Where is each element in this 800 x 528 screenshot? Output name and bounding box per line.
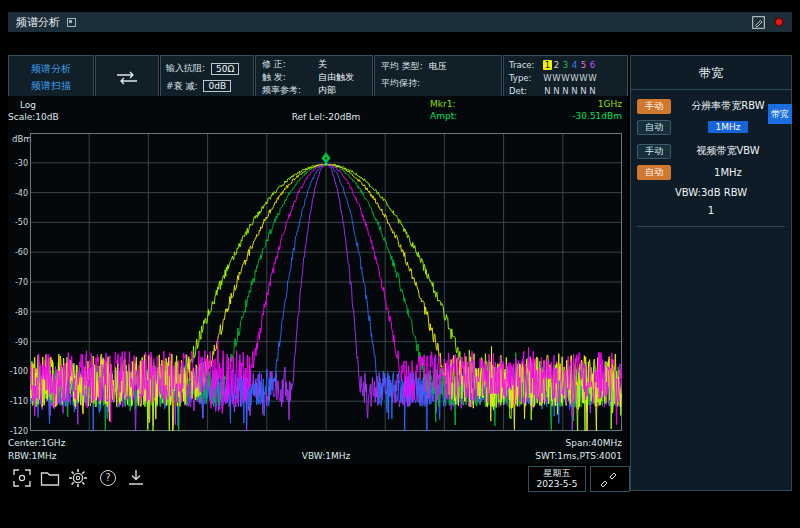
page-title: 频谱分析 [16,15,60,30]
bottom-toolbar: ? 星期五 2023-5-5 [8,466,628,494]
trace-label: Trace: [509,60,540,70]
input-settings-box: 输入抗阻: 50Ω #衰 减: 0dB [160,55,254,100]
trigger-value: 自由触发 [318,71,354,84]
y-axis-tick: -80 [15,308,28,317]
swt-label: SWT:1ms,PTS:4001 [30,451,622,461]
tab-spectrum-sweep[interactable]: 频谱扫描 [9,79,93,93]
correction-label: 修 正: [262,58,312,71]
trace-type-4: W [570,73,579,83]
menu-divider [637,226,785,227]
trace-det-1: N [543,86,552,96]
vbw-menu-label: 视频带宽VBW [671,144,785,158]
trace-num-6: 6 [588,60,597,70]
vbw-rbw-ratio-label: VBW:3dB RBW [637,187,785,198]
titlebar: 频谱分析 [8,12,792,32]
vbw-manual-button[interactable]: 手动 [637,144,671,159]
y-axis-tick: -90 [15,338,28,347]
trace-type-3: W [561,73,570,83]
attenuation-label: #衰 减: [166,80,197,93]
avg-type-value: 电压 [429,60,447,73]
menu-title: 带宽 [631,56,791,90]
spectrum-plot [30,133,622,431]
trace-type-5: W [579,73,588,83]
y-axis-tick: -40 [15,189,28,198]
trace-numbers: 123456 [543,60,597,70]
ampt-value: -30.51dBm [572,111,622,121]
bandwidth-edge-tab[interactable]: 带宽 [768,104,792,124]
y-axis-tick: -100 [10,367,28,376]
trace-det-2: N [552,86,561,96]
mode-tabs: 频谱分析 频谱扫描 [8,55,94,100]
rbw-auto-button[interactable]: 自动 [637,120,671,135]
rbw-manual-button[interactable]: 手动 [637,99,671,114]
trace-num-2: 2 [552,60,561,70]
date-label: 2023-5-5 [537,479,578,490]
folder-icon [40,469,60,487]
y-axis-labels: -30-40-50-60-70-80-90-100-110-120 [8,133,28,431]
record-button[interactable] [774,17,784,27]
trace-num-4: 4 [570,60,579,70]
annotation-tools-box[interactable] [590,466,630,492]
span-label: Span:40MHz [30,438,622,448]
y-axis-tick: -120 [10,427,28,436]
ampt-label: Ampt: [430,111,457,121]
attenuation-value[interactable]: 0dB [203,80,231,92]
file-manager-button[interactable] [38,466,62,490]
tab-spectrum-analysis[interactable]: 频谱分析 [9,62,93,76]
trace-det-5: N [579,86,588,96]
average-settings-box: 平均 类型: 电压 平均保持: [374,55,502,100]
marker-label: Mkr1: [430,99,455,109]
save-export-button[interactable] [124,466,148,490]
trace-type-6: W [588,73,597,83]
help-button[interactable]: ? [96,466,120,490]
trigger-label: 触 发: [262,71,312,84]
trace-types: WWWWWW [543,73,597,83]
marker-readout: Mkr1: 1GHz [430,99,622,109]
trace-detectors: NNNNNN [543,86,597,96]
marker-pen-icons [596,469,624,489]
rbw-value-field[interactable]: 1MHz [708,121,749,133]
marker-value: 1GHz [598,99,622,109]
avg-type-label: 平均 类型: [381,60,423,73]
trace-type-2: W [552,73,561,83]
trace-num-3: 3 [561,60,570,70]
window-mini-icon [67,18,76,27]
download-icon [126,468,146,488]
vbw-value-field[interactable]: 1MHz [671,167,785,178]
trace-num-1: 1 [543,60,552,70]
trace-det-6: N [588,86,597,96]
det-label: Det: [509,86,540,96]
settings-button[interactable] [66,466,90,490]
y-axis-tick: -30 [15,159,28,168]
amplitude-readout: Ampt: -30.51dBm [430,111,622,121]
spectrum-analyzer-app: 频谱分析 频谱分析 频谱扫描 输入抗阻: 50Ω #衰 减: 0dB [0,0,800,528]
correction-settings-box: 修 正: 关 触 发: 自由触发 频率参考: 内部 [255,55,373,100]
trace-num-5: 5 [579,60,588,70]
edit-icon[interactable] [752,16,765,29]
y-axis-tick: -110 [10,397,28,406]
impedance-label: 输入抗阻: [166,62,205,75]
trace-det-4: N [570,86,579,96]
date-display: 星期五 2023-5-5 [528,466,586,492]
trace-indicator-box: Trace: 123456 Type: WWWWWW Det: NNNNNN [503,55,628,100]
continuous-sweep-button[interactable] [95,55,159,100]
y-axis-tick: -50 [15,218,28,227]
weekday-label: 星期五 [544,468,571,479]
impedance-value[interactable]: 50Ω [211,63,239,75]
type-label: Type: [509,73,540,83]
help-icon: ? [100,470,116,486]
spectrum-plot-svg [30,133,622,431]
y-axis-tick: -60 [15,248,28,257]
trace-type-1: W [543,73,552,83]
log-scale-label: Log [20,100,36,110]
correction-value: 关 [318,58,327,71]
trace-det-3: N [561,86,570,96]
repeat-icon [113,69,141,87]
y-axis-tick: -70 [15,278,28,287]
screenshot-button[interactable] [10,466,34,490]
gear-icon [68,468,88,488]
vbw-rbw-ratio-value[interactable]: 1 [637,205,785,216]
vbw-auto-button[interactable]: 自动 [637,165,671,180]
avg-hold-label: 平均保持: [381,77,420,90]
screenshot-icon [12,468,32,488]
